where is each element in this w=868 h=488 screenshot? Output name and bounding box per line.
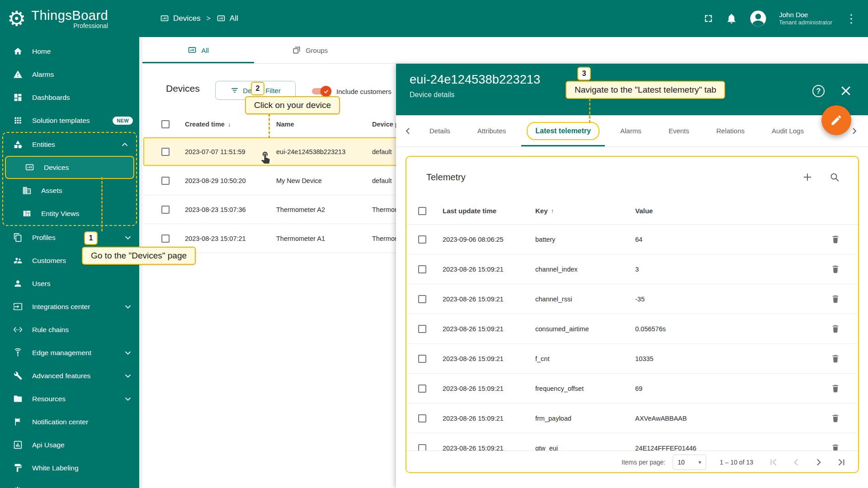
name-cell: eui-24e124538b223213 [276,148,372,155]
delete-icon[interactable] [830,264,840,274]
row-checkbox[interactable] [161,177,170,185]
thingsboard-logo[interactable]: ⚙ ThingsBoard Professional [0,8,139,29]
delete-icon[interactable] [830,354,840,364]
sidebar-item-rule-chains[interactable]: Rule chains [0,318,139,341]
table-row[interactable]: 2023-08-26 15:09:21 channel_rssi -35 [406,284,858,314]
sidebar-item-api-usage[interactable]: Api Usage [0,433,139,456]
sidebar-item-notification-center[interactable]: Notification center [0,410,139,433]
delete-icon[interactable] [830,235,840,244]
previous-page-icon[interactable] [790,456,802,468]
value-cell: 0.056576s [635,325,823,333]
next-page-icon[interactable] [813,456,825,468]
column-value[interactable]: Value [635,207,823,215]
delete-icon[interactable] [830,413,840,423]
sidebar-item-integrations-center[interactable]: Integrations center [0,295,139,318]
view-quilt-icon [21,209,32,219]
antenna-icon [12,348,23,358]
row-checkbox[interactable] [418,385,426,393]
row-checkbox[interactable] [161,148,170,156]
sidebar-item-dashboards[interactable]: Dashboards [0,86,139,109]
apps-icon [12,116,23,126]
delete-icon[interactable] [830,324,840,334]
column-name[interactable]: Name [276,121,372,128]
row-checkbox[interactable] [418,265,426,273]
add-telemetry-icon[interactable] [802,172,813,183]
select-all-checkbox[interactable] [418,207,426,215]
tab-groups[interactable]: Groups [254,37,366,63]
sidebar-item-assets[interactable]: Assets [3,179,136,202]
key-cell: f_cnt [535,355,635,362]
sidebar-item-advanced-features[interactable]: Advanced features [0,364,139,387]
table-row-partial[interactable]: 2023-08-26 15:09:21 gtw_eui 24E124FFFEF0… [406,433,858,450]
table-row[interactable]: 2023-08-26 15:09:21 f_cnt 10335 [406,344,858,374]
close-icon[interactable] [839,84,853,98]
tab-relations[interactable]: Relations [703,115,758,146]
user-role: Tenant administrator [779,19,832,27]
user-info[interactable]: John Doe Tenant administrator [779,10,832,27]
row-checkbox[interactable] [418,355,426,363]
select-all-checkbox[interactable] [161,120,170,128]
tab-attributes[interactable]: Attributes [464,115,519,146]
column-key[interactable]: Key ↑ [535,207,635,215]
search-icon[interactable] [829,172,840,183]
sidebar-item-resources[interactable]: Resources [0,387,139,410]
telemetry-rows: 2023-09-06 08:06:25 battery 64 2023-08-2… [406,225,858,450]
row-checkbox[interactable] [418,235,426,244]
first-page-icon[interactable] [768,456,779,468]
row-checkbox[interactable] [418,325,426,333]
table-row[interactable]: 2023-08-26 15:09:21 frequency_offset 69 [406,374,858,404]
tab-audit-logs[interactable]: Audit Logs [758,115,817,146]
items-per-page-select[interactable]: 10 ▾ [673,455,706,470]
chart-box-icon [12,440,23,450]
table-row[interactable]: 2023-09-06 08:06:25 battery 64 [406,225,858,254]
sidebar-item-solution-templates[interactable]: Solution templates NEW [0,109,139,132]
kebab-menu-icon[interactable]: ⋮ [844,13,859,24]
include-customers-toggle[interactable] [312,87,330,96]
tab-latest-telemetry[interactable]: Latest telemetry [519,115,607,146]
fullscreen-icon[interactable] [703,13,714,24]
table-row[interactable]: 2023-08-26 15:09:21 frm_payload AXVeAwAB… [406,404,858,433]
tab-all[interactable]: All [142,37,254,63]
chevron-down-icon [123,371,133,381]
avatar[interactable] [749,9,768,28]
time-cell: 2023-08-26 15:09:21 [443,266,535,273]
copy-icon [12,233,23,243]
click-cursor-icon [259,150,272,164]
row-checkbox[interactable] [161,206,170,214]
delete-icon[interactable] [830,384,840,394]
last-page-icon[interactable] [835,456,847,468]
table-row[interactable]: 2023-08-26 15:09:21 consumed_airtime 0.0… [406,314,858,344]
delete-icon[interactable] [830,443,840,451]
table-row[interactable]: 2023-08-26 15:09:21 channel_index 3 [406,254,858,284]
notifications-bell-icon[interactable] [726,13,737,24]
sidebar-item-profiles[interactable]: Profiles [0,226,139,249]
sidebar-item-alarms[interactable]: Alarms [0,63,139,86]
tab-events[interactable]: Events [655,115,703,146]
column-created-time[interactable]: Created time ↓ [185,121,276,128]
sidebar-item-entities[interactable]: Entities [3,133,136,156]
sidebar-item-home[interactable]: Home [0,40,139,63]
breadcrumb-all[interactable]: All [217,14,238,23]
row-checkbox[interactable] [161,235,170,243]
sidebar-item-edge-management[interactable]: Edge management [0,341,139,364]
key-cell: battery [535,236,635,243]
help-icon[interactable]: ? [812,85,825,97]
column-last-update-time[interactable]: Last update time [443,207,535,215]
drawer-tabs: Details Attributes Latest telemetry Alar… [396,115,868,147]
sidebar-item-entity-views[interactable]: Entity Views [3,202,136,225]
device-details-drawer: eui-24e124538b223213 Device details ? De… [396,64,868,488]
sidebar-item-users[interactable]: Users [0,272,139,295]
telemetry-title: Telemetry [426,172,466,183]
sidebar-item-devices[interactable]: Devices [5,156,134,179]
breadcrumb-devices[interactable]: Devices [160,14,200,23]
row-checkbox[interactable] [418,295,426,303]
tabs-scroll-left-icon[interactable] [401,123,416,139]
delete-icon[interactable] [830,294,840,304]
tab-details[interactable]: Details [416,115,464,146]
edit-fab-button[interactable] [821,105,851,135]
tab-alarms[interactable]: Alarms [607,115,655,146]
row-checkbox[interactable] [418,414,426,422]
sidebar-item-settings[interactable]: ⚙ Settings [0,479,139,488]
row-checkbox[interactable] [418,444,426,451]
sidebar-item-white-labeling[interactable]: White Labeling [0,456,139,479]
